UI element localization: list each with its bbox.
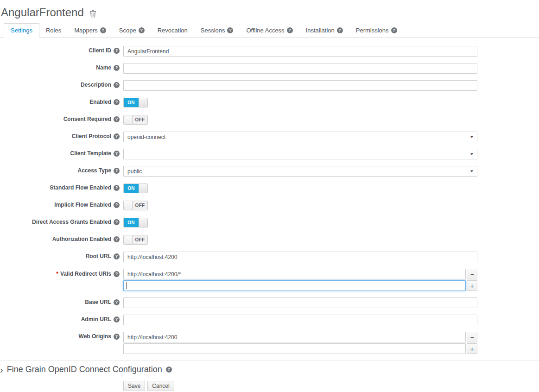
save-button[interactable]: Save xyxy=(123,381,145,391)
remove-redirect-uri-button[interactable]: − xyxy=(467,269,477,279)
name-label: Name xyxy=(96,65,111,71)
help-icon[interactable]: ? xyxy=(114,82,120,88)
required-asterisk: * xyxy=(56,271,58,277)
web-origin-row: − xyxy=(123,332,477,342)
toggle-handle xyxy=(124,115,133,124)
form-row-client-template: Client Template ? ▼ xyxy=(0,149,539,159)
tab-label: Settings xyxy=(11,27,32,34)
add-redirect-uri-button[interactable]: + xyxy=(467,280,477,291)
client-id-label: Client ID xyxy=(89,48,111,54)
access-type-select[interactable]: public ▼ xyxy=(123,166,477,177)
toggle-state-label: ON xyxy=(124,98,139,107)
tab-label: Installation xyxy=(306,27,335,34)
cancel-button[interactable]: Cancel xyxy=(147,381,174,391)
form-row-enabled: Enabled ? ON xyxy=(0,97,539,108)
help-icon[interactable]: ? xyxy=(166,367,172,373)
root-url-input[interactable] xyxy=(123,252,477,262)
base-url-label: Base URL xyxy=(85,299,111,305)
description-label: Description xyxy=(81,82,111,88)
base-url-input[interactable] xyxy=(123,297,477,308)
tab-settings[interactable]: Settings xyxy=(4,23,39,38)
dropdown-caret-icon: ▼ xyxy=(469,169,474,173)
collapse-chevron-icon: › xyxy=(0,366,3,373)
page-title: AngularFrontend xyxy=(1,6,84,19)
form-row-access-type: Access Type ? public ▼ xyxy=(0,166,539,177)
standard-flow-toggle[interactable]: ON xyxy=(123,183,148,193)
enabled-toggle[interactable]: ON xyxy=(123,98,148,107)
client-id-input[interactable] xyxy=(123,46,477,57)
authorization-enabled-toggle[interactable]: OFF xyxy=(123,235,148,245)
help-icon[interactable]: ? xyxy=(114,299,120,305)
direct-access-grants-toggle[interactable]: ON xyxy=(123,218,148,228)
tab-mappers[interactable]: Mappers ? xyxy=(68,24,113,38)
tab-label: Sessions xyxy=(201,27,225,34)
help-icon[interactable]: ? xyxy=(114,168,120,174)
fine-grain-section-toggle[interactable]: › Fine Grain OpenID Connect Configuratio… xyxy=(0,360,539,374)
form-row-description: Description ? xyxy=(0,80,539,91)
help-icon[interactable]: ? xyxy=(114,48,120,54)
tab-permissions[interactable]: Permissions ? xyxy=(349,24,404,38)
tab-label: Mappers xyxy=(74,27,98,34)
authorization-enabled-label: Authorization Enabled xyxy=(52,236,111,242)
help-icon[interactable]: ? xyxy=(114,316,120,322)
redirect-uri-input[interactable] xyxy=(123,269,466,279)
help-icon[interactable]: ? xyxy=(337,27,343,33)
client-template-select[interactable]: ▼ xyxy=(123,149,477,159)
help-icon[interactable]: ? xyxy=(114,116,120,122)
tab-revocation[interactable]: Revocation xyxy=(151,24,194,38)
help-icon[interactable]: ? xyxy=(114,185,120,191)
help-icon[interactable]: ? xyxy=(114,271,120,277)
form-row-web-origins: Web Origins ? − + xyxy=(0,332,539,354)
toggle-handle xyxy=(124,201,133,210)
help-icon[interactable]: ? xyxy=(114,202,120,208)
toggle-state-label: OFF xyxy=(133,235,147,244)
tab-label: Permissions xyxy=(356,27,389,34)
client-protocol-select[interactable]: openid-connect ▼ xyxy=(123,132,477,142)
web-origin-input[interactable] xyxy=(123,332,466,342)
consent-required-toggle[interactable]: OFF xyxy=(123,115,148,125)
form-row-authorization-enabled: Authorization Enabled ? OFF xyxy=(0,234,539,245)
help-icon[interactable]: ? xyxy=(227,27,233,33)
help-icon[interactable]: ? xyxy=(114,334,120,340)
web-origins-label: Web Origins xyxy=(79,334,111,340)
enabled-label: Enabled xyxy=(89,99,111,105)
redirect-uri-row: − xyxy=(123,269,477,279)
client-settings-page: AngularFrontend Settings Roles Mappers ?… xyxy=(0,0,539,392)
toggle-handle xyxy=(124,235,133,244)
tab-scope[interactable]: Scope ? xyxy=(113,24,151,38)
implicit-flow-toggle[interactable]: OFF xyxy=(123,201,148,210)
admin-url-input[interactable] xyxy=(123,315,477,325)
help-icon[interactable]: ? xyxy=(114,253,120,259)
form-row-name: Name ? xyxy=(0,63,539,74)
toggle-state-label: OFF xyxy=(133,115,147,124)
form-row-standard-flow: Standard Flow Enabled ? ON xyxy=(0,183,539,194)
tab-sessions[interactable]: Sessions ? xyxy=(194,24,240,38)
help-icon[interactable]: ? xyxy=(114,99,120,105)
help-icon[interactable]: ? xyxy=(139,27,145,33)
help-icon[interactable]: ? xyxy=(114,133,120,139)
tab-bar: Settings Roles Mappers ? Scope ? Revocat… xyxy=(0,23,539,38)
tab-offline-access[interactable]: Offline Access ? xyxy=(240,24,299,38)
add-web-origin-button[interactable]: + xyxy=(467,343,477,354)
form-row-consent-required: Consent Required ? OFF xyxy=(0,114,539,125)
help-icon[interactable]: ? xyxy=(391,27,397,33)
name-input[interactable] xyxy=(123,63,477,74)
delete-client-icon[interactable] xyxy=(89,10,96,18)
help-icon[interactable]: ? xyxy=(114,219,120,225)
direct-access-grants-label: Direct Access Grants Enabled xyxy=(32,219,111,225)
remove-web-origin-button[interactable]: − xyxy=(467,332,477,342)
dropdown-caret-icon: ▼ xyxy=(469,135,474,139)
help-icon[interactable]: ? xyxy=(287,27,293,33)
help-icon[interactable]: ? xyxy=(114,65,120,71)
consent-required-label: Consent Required xyxy=(63,116,111,122)
redirect-uri-new-input[interactable] xyxy=(123,280,466,291)
tab-installation[interactable]: Installation ? xyxy=(299,24,349,38)
help-icon[interactable]: ? xyxy=(114,236,120,242)
web-origin-new-input[interactable] xyxy=(123,343,466,354)
form-row-direct-access-grants: Direct Access Grants Enabled ? ON xyxy=(0,217,539,228)
help-icon[interactable]: ? xyxy=(100,27,106,33)
tab-label: Revocation xyxy=(158,27,188,34)
tab-roles[interactable]: Roles xyxy=(39,24,68,38)
help-icon[interactable]: ? xyxy=(114,151,120,157)
description-input[interactable] xyxy=(123,80,477,91)
